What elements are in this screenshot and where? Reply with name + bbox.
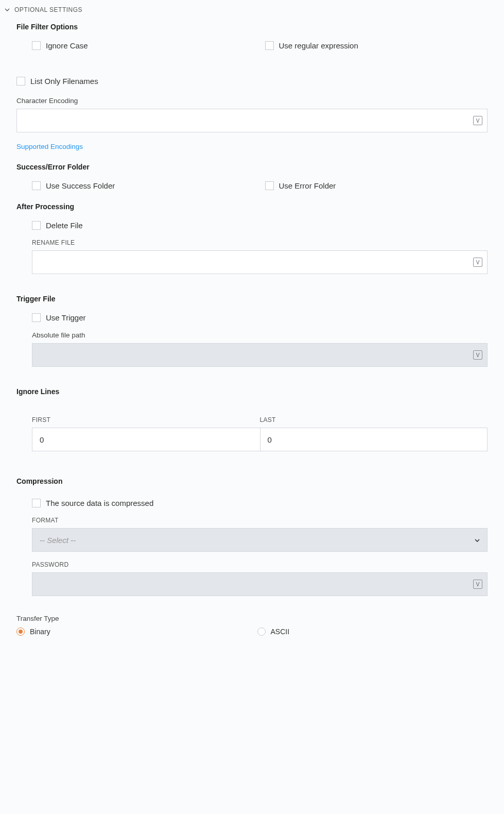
- success-error-heading: Success/Error Folder: [16, 163, 488, 171]
- file-filter-heading: File Filter Options: [16, 23, 488, 31]
- optional-settings-header[interactable]: OPTIONAL SETTINGS: [0, 0, 504, 20]
- source-compressed-label: The source data is compressed: [46, 499, 153, 507]
- format-placeholder: -- Select --: [40, 536, 76, 545]
- optional-settings-title: OPTIONAL SETTINGS: [14, 6, 82, 13]
- password-label: PASSWORD: [32, 561, 488, 568]
- char-encoding-input[interactable]: [16, 109, 488, 132]
- list-only-filenames-label: List Only Filenames: [30, 77, 98, 86]
- ascii-radio[interactable]: [257, 628, 266, 636]
- after-processing-heading: After Processing: [16, 202, 488, 211]
- format-select: -- Select --: [32, 528, 488, 552]
- ascii-radio-row[interactable]: ASCII: [257, 628, 488, 636]
- use-regex-checkbox[interactable]: [265, 41, 274, 50]
- absolute-path-input: [32, 343, 488, 367]
- rename-file-input[interactable]: [32, 250, 488, 274]
- char-encoding-label: Character Encoding: [16, 97, 488, 105]
- delete-file-checkbox[interactable]: [32, 221, 41, 230]
- variable-icon[interactable]: V: [473, 258, 482, 267]
- use-success-label: Use Success Folder: [46, 181, 115, 190]
- absolute-path-label: Absolute file path: [32, 331, 488, 339]
- format-label: FORMAT: [32, 517, 488, 524]
- ignore-case-label: Ignore Case: [46, 41, 88, 50]
- trigger-file-heading: Trigger File: [16, 295, 488, 303]
- use-trigger-label: Use Trigger: [46, 313, 86, 322]
- use-regex-row[interactable]: Use regular expression: [265, 41, 488, 50]
- ignore-case-row[interactable]: Ignore Case: [32, 41, 255, 50]
- use-trigger-row[interactable]: Use Trigger: [16, 313, 488, 322]
- chevron-down-icon: [4, 7, 10, 13]
- delete-file-label: Delete File: [46, 221, 83, 230]
- variable-icon[interactable]: V: [473, 580, 482, 589]
- use-error-label: Use Error Folder: [279, 181, 336, 190]
- compression-heading: Compression: [16, 477, 488, 485]
- delete-file-row[interactable]: Delete File: [16, 221, 488, 230]
- ascii-label: ASCII: [271, 628, 290, 636]
- use-regex-label: Use regular expression: [279, 41, 358, 50]
- binary-radio-row[interactable]: Binary: [16, 628, 247, 636]
- use-trigger-checkbox[interactable]: [32, 313, 41, 322]
- transfer-type-heading: Transfer Type: [16, 615, 488, 622]
- use-error-checkbox[interactable]: [265, 181, 274, 190]
- binary-radio[interactable]: [16, 628, 25, 636]
- rename-file-label: RENAME FILE: [32, 239, 488, 246]
- list-only-filenames-checkbox[interactable]: [16, 77, 25, 86]
- list-only-filenames-row[interactable]: List Only Filenames: [16, 77, 488, 86]
- first-input[interactable]: [32, 428, 260, 451]
- binary-label: Binary: [30, 628, 50, 636]
- variable-icon[interactable]: V: [473, 350, 482, 360]
- last-input[interactable]: [260, 428, 488, 451]
- ignore-lines-heading: Ignore Lines: [16, 387, 488, 396]
- variable-icon[interactable]: V: [473, 116, 482, 125]
- password-input: [32, 572, 488, 596]
- source-compressed-row[interactable]: The source data is compressed: [16, 499, 488, 507]
- ignore-case-checkbox[interactable]: [32, 41, 41, 50]
- use-error-row[interactable]: Use Error Folder: [265, 181, 488, 190]
- use-success-checkbox[interactable]: [32, 181, 41, 190]
- supported-encodings-link[interactable]: Supported Encodings: [16, 143, 83, 150]
- last-label: LAST: [260, 416, 488, 423]
- use-success-row[interactable]: Use Success Folder: [32, 181, 255, 190]
- source-compressed-checkbox[interactable]: [32, 499, 41, 507]
- first-label: FIRST: [32, 416, 260, 423]
